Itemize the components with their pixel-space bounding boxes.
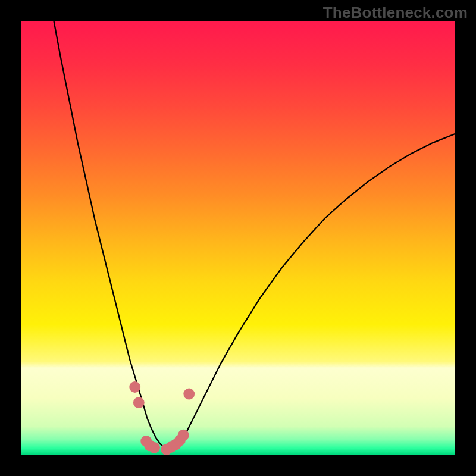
curve-marker bbox=[149, 442, 160, 453]
curve-layer bbox=[21, 21, 455, 455]
curve-marker bbox=[133, 397, 145, 408]
chart-frame: TheBottleneck.com bbox=[0, 0, 476, 476]
curve-marker bbox=[183, 389, 195, 400]
curve-marker bbox=[178, 430, 189, 441]
watermark-text: TheBottleneck.com bbox=[323, 4, 468, 22]
curve-marker bbox=[129, 381, 140, 393]
plot-area bbox=[21, 21, 455, 455]
bottleneck-curve bbox=[54, 21, 455, 449]
